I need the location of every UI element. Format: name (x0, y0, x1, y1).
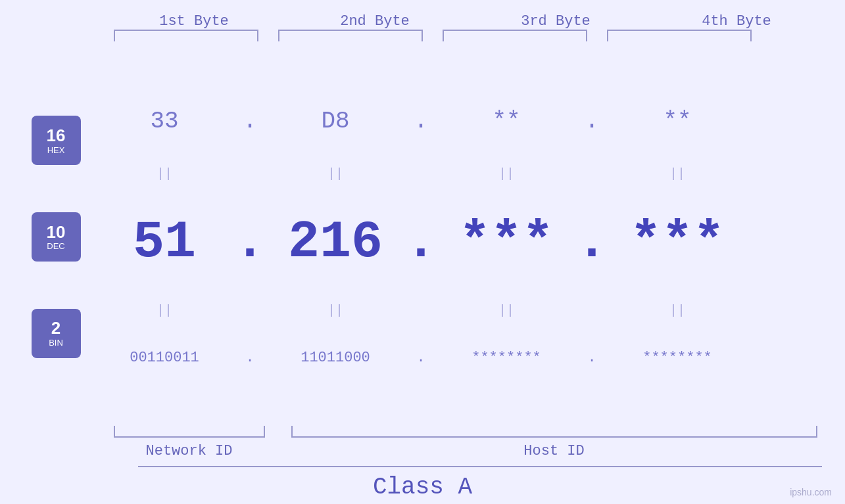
watermark: ipshu.com (790, 487, 832, 497)
bracket-network (114, 426, 265, 438)
badge-dec-num: 10 (47, 223, 66, 242)
sep-1-2: || (263, 166, 408, 181)
top-brackets (104, 30, 827, 41)
sep-row-1: || || || || (92, 166, 845, 181)
hex-row: 33 . D8 . ** . ** (92, 108, 845, 135)
bracket-4 (607, 30, 752, 41)
sep-1-4: || (605, 166, 750, 181)
bin-row: 00110011 . 11011000 . ******** . (92, 350, 845, 366)
dec-val-3: *** (434, 212, 579, 272)
main-area: 16 HEX 10 DEC 2 BIN 33 . (0, 48, 845, 426)
dec-val-2: 216 (263, 212, 408, 272)
sep-2-4: || (605, 303, 750, 318)
dec-val-1: 51 (92, 212, 237, 272)
bin-dot-1: . (237, 350, 263, 366)
bin-dot-2: . (408, 350, 434, 366)
hex-dot-3: . (579, 108, 605, 135)
byte-headers: 1st Byte 2nd Byte 3rd Byte 4th Byte (104, 13, 827, 30)
main-container: 1st Byte 2nd Byte 3rd Byte 4th Byte 16 H… (0, 0, 845, 504)
bin-val-4: ******** (605, 350, 750, 366)
hex-val-1: 33 (92, 108, 237, 135)
hex-dot-1: . (237, 108, 263, 135)
bin-val-3: ******** (434, 350, 579, 366)
bin-val-2: 11011000 (263, 350, 408, 366)
base-badges: 16 HEX 10 DEC 2 BIN (0, 93, 92, 382)
byte-header-1: 1st Byte (118, 13, 270, 30)
bottom-brackets (104, 426, 827, 438)
badge-bin-label: BIN (49, 338, 63, 348)
hex-val-4: ** (605, 108, 750, 135)
badge-bin: 2 BIN (32, 309, 81, 358)
dec-row: 51 . 216 . *** . *** (92, 212, 845, 272)
hex-val-2: D8 (263, 108, 408, 135)
dec-val-4: *** (605, 212, 750, 272)
values-grid: 33 . D8 . ** . ** (92, 93, 845, 382)
id-labels: Network ID Host ID (104, 443, 827, 459)
dec-dot-3: . (579, 212, 605, 272)
badge-dec-label: DEC (47, 241, 64, 251)
bin-dot-3: . (579, 350, 605, 366)
sep-2-2: || (263, 303, 408, 318)
hex-val-3: ** (434, 108, 579, 135)
network-id-label: Network ID (114, 443, 265, 459)
badge-hex-label: HEX (47, 145, 65, 155)
outer-bracket (138, 466, 822, 467)
byte-header-2: 2nd Byte (299, 13, 450, 30)
sep-2-1: || (92, 303, 237, 318)
dec-dot-2: . (408, 212, 434, 272)
hex-dot-2: . (408, 108, 434, 135)
badge-hex: 16 HEX (32, 116, 81, 165)
bracket-2 (278, 30, 423, 41)
class-label: Class A (373, 470, 472, 504)
bracket-1 (114, 30, 258, 41)
byte-header-3: 3rd Byte (480, 13, 631, 30)
badge-bin-num: 2 (51, 319, 60, 338)
sep-row-2: || || || || (92, 303, 845, 318)
sep-2-3: || (434, 303, 579, 318)
dec-dot-1: . (237, 212, 263, 272)
byte-header-4: 4th Byte (661, 13, 812, 30)
sep-1-1: || (92, 166, 237, 181)
bin-val-1: 00110011 (92, 350, 237, 366)
badge-dec: 10 DEC (32, 212, 81, 262)
host-id-label: Host ID (291, 443, 817, 459)
badge-hex-num: 16 (47, 126, 66, 145)
bracket-host (291, 426, 817, 438)
bracket-3 (443, 30, 587, 41)
sep-1-3: || (434, 166, 579, 181)
